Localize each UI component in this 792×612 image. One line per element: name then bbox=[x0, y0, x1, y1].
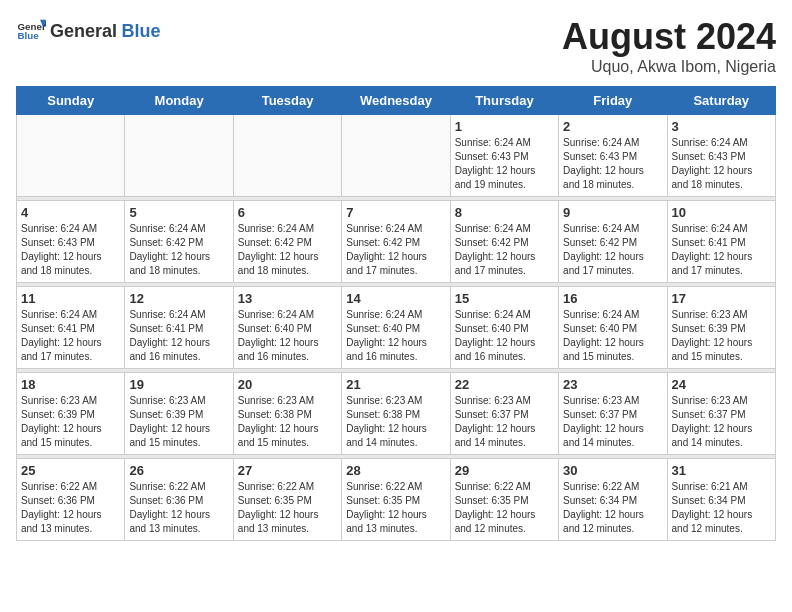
calendar-day-6: 6Sunrise: 6:24 AM Sunset: 6:42 PM Daylig… bbox=[233, 201, 341, 283]
day-number: 25 bbox=[21, 463, 120, 478]
day-number: 13 bbox=[238, 291, 337, 306]
day-info: Sunrise: 6:24 AM Sunset: 6:42 PM Dayligh… bbox=[346, 222, 445, 278]
day-info: Sunrise: 6:24 AM Sunset: 6:43 PM Dayligh… bbox=[21, 222, 120, 278]
day-number: 6 bbox=[238, 205, 337, 220]
calendar-day-13: 13Sunrise: 6:24 AM Sunset: 6:40 PM Dayli… bbox=[233, 287, 341, 369]
calendar-day-1: 1Sunrise: 6:24 AM Sunset: 6:43 PM Daylig… bbox=[450, 115, 558, 197]
weekday-header-saturday: Saturday bbox=[667, 87, 775, 115]
day-number: 2 bbox=[563, 119, 662, 134]
location: Uquo, Akwa Ibom, Nigeria bbox=[562, 58, 776, 76]
day-number: 24 bbox=[672, 377, 771, 392]
day-info: Sunrise: 6:23 AM Sunset: 6:38 PM Dayligh… bbox=[238, 394, 337, 450]
day-number: 4 bbox=[21, 205, 120, 220]
day-info: Sunrise: 6:23 AM Sunset: 6:37 PM Dayligh… bbox=[563, 394, 662, 450]
weekday-header-sunday: Sunday bbox=[17, 87, 125, 115]
calendar-day-27: 27Sunrise: 6:22 AM Sunset: 6:35 PM Dayli… bbox=[233, 459, 341, 541]
calendar-day-25: 25Sunrise: 6:22 AM Sunset: 6:36 PM Dayli… bbox=[17, 459, 125, 541]
weekday-header-thursday: Thursday bbox=[450, 87, 558, 115]
calendar-day-19: 19Sunrise: 6:23 AM Sunset: 6:39 PM Dayli… bbox=[125, 373, 233, 455]
month-year: August 2024 bbox=[562, 16, 776, 58]
day-number: 9 bbox=[563, 205, 662, 220]
calendar-day-24: 24Sunrise: 6:23 AM Sunset: 6:37 PM Dayli… bbox=[667, 373, 775, 455]
day-number: 19 bbox=[129, 377, 228, 392]
calendar-week-row: 4Sunrise: 6:24 AM Sunset: 6:43 PM Daylig… bbox=[17, 201, 776, 283]
day-info: Sunrise: 6:24 AM Sunset: 6:43 PM Dayligh… bbox=[563, 136, 662, 192]
day-number: 29 bbox=[455, 463, 554, 478]
calendar-day-17: 17Sunrise: 6:23 AM Sunset: 6:39 PM Dayli… bbox=[667, 287, 775, 369]
day-info: Sunrise: 6:24 AM Sunset: 6:41 PM Dayligh… bbox=[129, 308, 228, 364]
day-number: 15 bbox=[455, 291, 554, 306]
day-info: Sunrise: 6:23 AM Sunset: 6:37 PM Dayligh… bbox=[455, 394, 554, 450]
calendar-week-row: 1Sunrise: 6:24 AM Sunset: 6:43 PM Daylig… bbox=[17, 115, 776, 197]
calendar-table: SundayMondayTuesdayWednesdayThursdayFrid… bbox=[16, 86, 776, 541]
logo-icon: General Blue bbox=[16, 16, 46, 46]
day-info: Sunrise: 6:22 AM Sunset: 6:36 PM Dayligh… bbox=[21, 480, 120, 536]
day-info: Sunrise: 6:23 AM Sunset: 6:38 PM Dayligh… bbox=[346, 394, 445, 450]
calendar-day-9: 9Sunrise: 6:24 AM Sunset: 6:42 PM Daylig… bbox=[559, 201, 667, 283]
day-number: 27 bbox=[238, 463, 337, 478]
calendar-day-18: 18Sunrise: 6:23 AM Sunset: 6:39 PM Dayli… bbox=[17, 373, 125, 455]
calendar-day-11: 11Sunrise: 6:24 AM Sunset: 6:41 PM Dayli… bbox=[17, 287, 125, 369]
weekday-header-monday: Monday bbox=[125, 87, 233, 115]
calendar-day-12: 12Sunrise: 6:24 AM Sunset: 6:41 PM Dayli… bbox=[125, 287, 233, 369]
day-info: Sunrise: 6:23 AM Sunset: 6:39 PM Dayligh… bbox=[672, 308, 771, 364]
calendar-day-29: 29Sunrise: 6:22 AM Sunset: 6:35 PM Dayli… bbox=[450, 459, 558, 541]
day-info: Sunrise: 6:24 AM Sunset: 6:42 PM Dayligh… bbox=[238, 222, 337, 278]
calendar-day-14: 14Sunrise: 6:24 AM Sunset: 6:40 PM Dayli… bbox=[342, 287, 450, 369]
logo: General Blue General Blue bbox=[16, 16, 161, 46]
day-number: 7 bbox=[346, 205, 445, 220]
day-number: 20 bbox=[238, 377, 337, 392]
day-number: 10 bbox=[672, 205, 771, 220]
day-number: 17 bbox=[672, 291, 771, 306]
day-info: Sunrise: 6:22 AM Sunset: 6:34 PM Dayligh… bbox=[563, 480, 662, 536]
day-info: Sunrise: 6:24 AM Sunset: 6:40 PM Dayligh… bbox=[455, 308, 554, 364]
calendar-day-10: 10Sunrise: 6:24 AM Sunset: 6:41 PM Dayli… bbox=[667, 201, 775, 283]
day-number: 26 bbox=[129, 463, 228, 478]
logo-blue-text: Blue bbox=[122, 21, 161, 41]
weekday-header-row: SundayMondayTuesdayWednesdayThursdayFrid… bbox=[17, 87, 776, 115]
calendar-day-2: 2Sunrise: 6:24 AM Sunset: 6:43 PM Daylig… bbox=[559, 115, 667, 197]
day-number: 23 bbox=[563, 377, 662, 392]
calendar-day-16: 16Sunrise: 6:24 AM Sunset: 6:40 PM Dayli… bbox=[559, 287, 667, 369]
calendar-week-row: 11Sunrise: 6:24 AM Sunset: 6:41 PM Dayli… bbox=[17, 287, 776, 369]
day-number: 5 bbox=[129, 205, 228, 220]
calendar-empty-cell bbox=[17, 115, 125, 197]
day-number: 21 bbox=[346, 377, 445, 392]
calendar-day-8: 8Sunrise: 6:24 AM Sunset: 6:42 PM Daylig… bbox=[450, 201, 558, 283]
weekday-header-tuesday: Tuesday bbox=[233, 87, 341, 115]
calendar-empty-cell bbox=[233, 115, 341, 197]
calendar-day-31: 31Sunrise: 6:21 AM Sunset: 6:34 PM Dayli… bbox=[667, 459, 775, 541]
day-info: Sunrise: 6:24 AM Sunset: 6:41 PM Dayligh… bbox=[21, 308, 120, 364]
day-number: 12 bbox=[129, 291, 228, 306]
calendar-day-4: 4Sunrise: 6:24 AM Sunset: 6:43 PM Daylig… bbox=[17, 201, 125, 283]
calendar-day-22: 22Sunrise: 6:23 AM Sunset: 6:37 PM Dayli… bbox=[450, 373, 558, 455]
calendar-day-5: 5Sunrise: 6:24 AM Sunset: 6:42 PM Daylig… bbox=[125, 201, 233, 283]
logo-general-text: General bbox=[50, 21, 117, 41]
day-info: Sunrise: 6:24 AM Sunset: 6:40 PM Dayligh… bbox=[346, 308, 445, 364]
day-info: Sunrise: 6:23 AM Sunset: 6:39 PM Dayligh… bbox=[129, 394, 228, 450]
day-number: 16 bbox=[563, 291, 662, 306]
calendar-day-28: 28Sunrise: 6:22 AM Sunset: 6:35 PM Dayli… bbox=[342, 459, 450, 541]
calendar-day-30: 30Sunrise: 6:22 AM Sunset: 6:34 PM Dayli… bbox=[559, 459, 667, 541]
calendar-day-7: 7Sunrise: 6:24 AM Sunset: 6:42 PM Daylig… bbox=[342, 201, 450, 283]
calendar-week-row: 25Sunrise: 6:22 AM Sunset: 6:36 PM Dayli… bbox=[17, 459, 776, 541]
day-info: Sunrise: 6:22 AM Sunset: 6:35 PM Dayligh… bbox=[455, 480, 554, 536]
calendar-day-26: 26Sunrise: 6:22 AM Sunset: 6:36 PM Dayli… bbox=[125, 459, 233, 541]
day-info: Sunrise: 6:22 AM Sunset: 6:35 PM Dayligh… bbox=[238, 480, 337, 536]
day-number: 18 bbox=[21, 377, 120, 392]
day-number: 8 bbox=[455, 205, 554, 220]
day-number: 14 bbox=[346, 291, 445, 306]
day-info: Sunrise: 6:24 AM Sunset: 6:40 PM Dayligh… bbox=[563, 308, 662, 364]
calendar-day-23: 23Sunrise: 6:23 AM Sunset: 6:37 PM Dayli… bbox=[559, 373, 667, 455]
calendar-day-20: 20Sunrise: 6:23 AM Sunset: 6:38 PM Dayli… bbox=[233, 373, 341, 455]
weekday-header-wednesday: Wednesday bbox=[342, 87, 450, 115]
day-info: Sunrise: 6:24 AM Sunset: 6:40 PM Dayligh… bbox=[238, 308, 337, 364]
day-info: Sunrise: 6:24 AM Sunset: 6:41 PM Dayligh… bbox=[672, 222, 771, 278]
day-info: Sunrise: 6:21 AM Sunset: 6:34 PM Dayligh… bbox=[672, 480, 771, 536]
day-info: Sunrise: 6:24 AM Sunset: 6:42 PM Dayligh… bbox=[455, 222, 554, 278]
day-number: 22 bbox=[455, 377, 554, 392]
day-info: Sunrise: 6:23 AM Sunset: 6:37 PM Dayligh… bbox=[672, 394, 771, 450]
calendar-day-15: 15Sunrise: 6:24 AM Sunset: 6:40 PM Dayli… bbox=[450, 287, 558, 369]
calendar-empty-cell bbox=[342, 115, 450, 197]
day-number: 30 bbox=[563, 463, 662, 478]
